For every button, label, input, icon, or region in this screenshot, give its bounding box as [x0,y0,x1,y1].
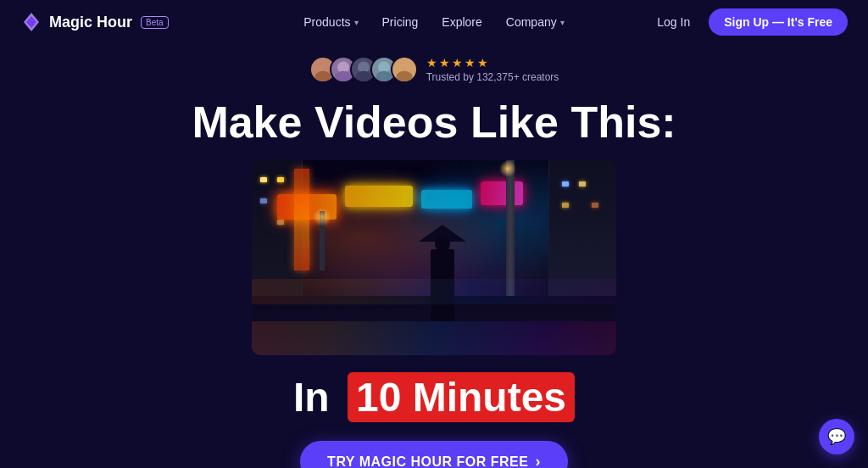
chat-icon: 💬 [827,427,846,446]
nav-brand: Magic Hour Beta [20,11,169,33]
nav-explore[interactable]: Explore [431,10,492,34]
star-3: ★ [452,56,463,70]
nav-actions: Log In Sign Up — It's Free [648,8,848,36]
svg-point-5 [355,71,371,83]
svg-point-9 [396,71,412,83]
video-scene [252,160,616,355]
login-button[interactable]: Log In [648,10,698,34]
neon-sign-2 [345,186,413,207]
city-glow [252,279,616,304]
neon-sign-3 [421,190,472,209]
building-right [548,160,616,296]
cta-arrow-icon: › [535,453,541,468]
pole-light [499,160,516,177]
hero-headline: Make Videos Like This: [192,98,676,147]
signup-button[interactable]: Sign Up — It's Free [709,8,848,36]
trust-count-text: Trusted by 132,375+ creators [426,71,559,83]
neon-sign-4 [481,181,523,205]
star-1: ★ [426,56,437,70]
hero-subheadline: In 10 Minutes [293,372,575,422]
star-4: ★ [465,56,476,70]
cta-label: TRY MAGIC HOUR FOR FREE [327,454,528,468]
avatar-5 [391,56,418,83]
svg-point-1 [314,71,331,83]
nav-products[interactable]: Products ▾ [293,10,368,34]
vertical-sign [294,169,309,270]
company-chevron-icon: ▾ [560,18,565,27]
svg-point-7 [376,71,392,83]
street-reflection [252,321,616,355]
nav-company[interactable]: Company ▾ [496,10,575,34]
beta-badge: Beta [141,16,169,29]
nav-center: Products ▾ Pricing Explore Company ▾ [293,10,574,34]
products-chevron-icon: ▾ [354,18,359,27]
trust-info: ★ ★ ★ ★ ★ Trusted by 132,375+ creators [426,56,559,83]
brand-name: Magic Hour [49,14,132,31]
chat-widget[interactable]: 💬 [819,419,854,454]
street-light-left [320,211,325,270]
navbar: Magic Hour Beta Products ▾ Pricing Explo… [0,0,868,44]
star-2: ★ [439,56,450,70]
hero-video[interactable] [252,160,616,355]
star-rating: ★ ★ ★ ★ ★ [426,56,559,70]
hero-section: ★ ★ ★ ★ ★ Trusted by 132,375+ creators M… [0,44,868,468]
cta-button[interactable]: TRY MAGIC HOUR FOR FREE › [300,441,568,468]
figure-silhouette [421,220,464,321]
creator-avatars [309,56,418,83]
svg-point-3 [335,71,351,83]
highlight-text: 10 Minutes [348,372,575,422]
trust-bar: ★ ★ ★ ★ ★ Trusted by 132,375+ creators [309,56,559,83]
logo-icon [20,11,42,33]
star-5: ★ [477,56,488,70]
nav-pricing[interactable]: Pricing [372,10,429,34]
